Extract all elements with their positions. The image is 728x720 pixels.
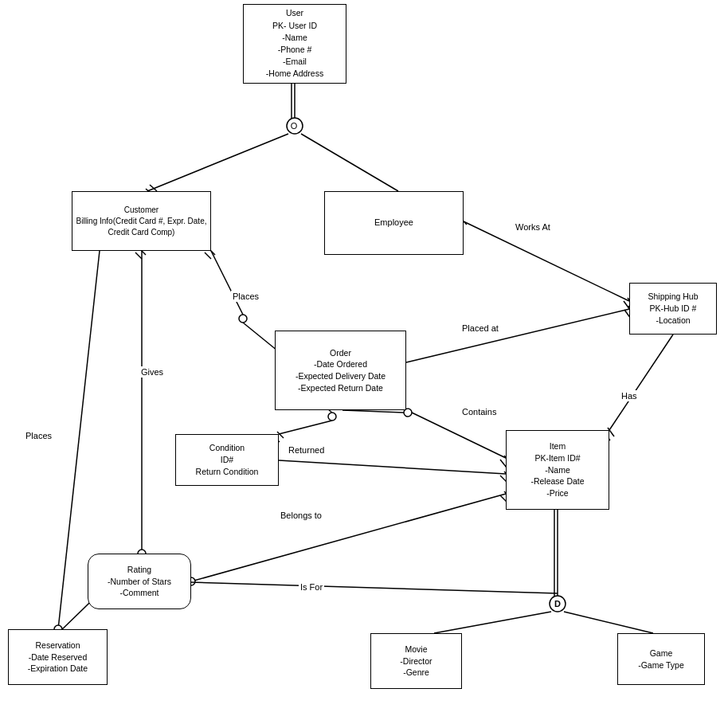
svg-line-18	[406, 309, 629, 362]
entity-reservation: Reservation -Date Reserved -Expiration D…	[8, 629, 108, 685]
entity-game: Game -Game Type	[617, 633, 705, 685]
label-has: Has	[620, 390, 639, 401]
entity-user-label: User PK- User ID -Name -Phone # -Email -…	[266, 7, 323, 80]
entity-user: User PK- User ID -Name -Phone # -Email -…	[243, 4, 346, 84]
svg-line-15	[243, 323, 277, 350]
entity-rating: Rating -Number of Stars -Comment	[88, 554, 191, 609]
svg-line-17	[205, 252, 211, 259]
label-returned: Returned	[287, 444, 326, 456]
entity-order-label: Order -Date Ordered -Expected Delivery D…	[296, 347, 386, 394]
entity-game-label: Game -Game Type	[638, 648, 684, 671]
entity-movie-label: Movie -Director -Genre	[400, 644, 432, 679]
entity-shipping-hub-label: Shipping Hub PK-Hub ID # -Location	[648, 291, 698, 326]
svg-line-43	[191, 494, 506, 581]
entity-condition: Condition ID# Return Condition	[175, 434, 279, 486]
entity-rating-label: Rating -Number of Stars -Comment	[108, 564, 171, 599]
label-placed-at: Placed at	[460, 323, 500, 334]
entity-shipping-hub: Shipping Hub PK-Hub ID # -Location	[629, 283, 717, 335]
entity-reservation-label: Reservation -Date Reserved -Expiration D…	[28, 640, 88, 675]
svg-line-5	[301, 134, 398, 191]
entity-order: Order -Date Ordered -Expected Delivery D…	[275, 331, 406, 410]
entity-customer: Customer Billing Info(Credit Card #, Exp…	[72, 191, 211, 251]
svg-line-14	[211, 251, 243, 315]
label-places2: Places	[24, 430, 53, 441]
entity-movie: Movie -Director -Genre	[370, 633, 462, 689]
label-contains: Contains	[460, 406, 498, 417]
entity-employee-label: Employee	[374, 217, 413, 229]
svg-line-40	[135, 252, 142, 259]
svg-line-31	[279, 421, 332, 434]
label-is-for: Is For	[299, 581, 324, 593]
svg-line-53	[434, 612, 551, 633]
svg-line-54	[564, 612, 653, 633]
label-gives: Gives	[139, 366, 165, 378]
svg-line-34	[279, 460, 506, 474]
entity-employee: Employee	[324, 191, 464, 255]
svg-point-29	[328, 413, 336, 421]
svg-line-30	[329, 410, 332, 413]
entity-item-label: Item PK-Item ID# -Name -Release Date -Pr…	[530, 440, 584, 499]
svg-line-21	[609, 335, 673, 430]
label-places1: Places	[231, 291, 260, 302]
svg-line-48	[163, 581, 558, 593]
label-works-at: Works At	[514, 221, 552, 233]
svg-line-26	[412, 413, 506, 458]
entity-item: Item PK-Item ID# -Name -Release Date -Pr…	[506, 430, 609, 510]
svg-line-8	[464, 221, 629, 301]
svg-point-13	[239, 315, 247, 323]
svg-text:O: O	[291, 121, 298, 131]
svg-line-25	[342, 410, 404, 413]
erd-diagram: O	[0, 0, 728, 720]
svg-line-4	[147, 134, 288, 191]
entity-customer-label: Customer Billing Info(Credit Card #, Exp…	[76, 205, 207, 238]
label-belongs-to: Belongs to	[279, 510, 323, 521]
svg-text:D: D	[554, 599, 561, 608]
entity-condition-label: Condition ID# Return Condition	[196, 442, 259, 477]
